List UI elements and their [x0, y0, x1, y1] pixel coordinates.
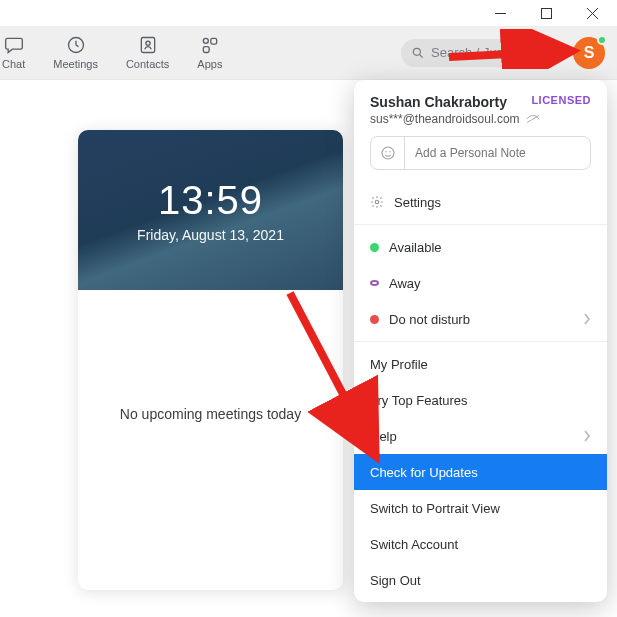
available-icon [370, 243, 379, 252]
svg-rect-9 [203, 47, 209, 53]
clock-date: Friday, August 13, 2021 [137, 227, 284, 243]
svg-point-6 [146, 41, 150, 45]
menu-portrait-view-label: Switch to Portrait View [370, 501, 500, 516]
reveal-icon[interactable] [526, 114, 540, 124]
tab-meetings-label: Meetings [53, 58, 98, 70]
tab-apps[interactable]: Apps [197, 35, 222, 70]
close-window-button[interactable] [569, 0, 615, 26]
menu-check-for-updates[interactable]: Check for Updates [354, 454, 607, 490]
svg-point-7 [203, 38, 208, 43]
status-available[interactable]: Available [354, 229, 607, 265]
menu-sign-out[interactable]: Sign Out [354, 562, 607, 598]
search-input[interactable]: Search / Jump To [401, 39, 557, 67]
presence-indicator [597, 35, 607, 45]
svg-point-16 [375, 200, 379, 204]
menu-my-profile[interactable]: My Profile [354, 346, 607, 382]
status-dnd[interactable]: Do not disturb [354, 301, 607, 337]
status-away[interactable]: Away [354, 265, 607, 301]
contacts-icon [137, 35, 159, 55]
menu-settings-label: Settings [394, 195, 441, 210]
menu-switch-account[interactable]: Switch Account [354, 526, 607, 562]
home-card: 13:59 Friday, August 13, 2021 No upcomin… [78, 130, 343, 590]
menu-help-label: Help [370, 429, 397, 444]
menu-settings[interactable]: Settings [354, 184, 607, 220]
search-placeholder: Search / Jump To [431, 45, 532, 60]
chat-icon [3, 35, 25, 55]
svg-rect-1 [541, 8, 551, 18]
clock-time: 13:59 [158, 178, 263, 223]
minimize-button[interactable] [477, 0, 523, 26]
tab-contacts-label: Contacts [126, 58, 169, 70]
search-icon [411, 46, 425, 60]
personal-note-field[interactable] [370, 136, 591, 170]
gear-icon [370, 195, 384, 209]
tab-chat-label: Chat [2, 58, 25, 70]
svg-point-15 [389, 151, 390, 152]
menu-try-top-features-label: Try Top Features [370, 393, 468, 408]
menu-help[interactable]: Help [354, 418, 607, 454]
tab-chat[interactable]: Chat [2, 35, 25, 70]
window-titlebar [0, 0, 617, 26]
menu-check-for-updates-label: Check for Updates [370, 465, 478, 480]
tab-contacts[interactable]: Contacts [126, 35, 169, 70]
menu-portrait-view[interactable]: Switch to Portrait View [354, 490, 607, 526]
menu-try-top-features[interactable]: Try Top Features [354, 382, 607, 418]
svg-point-14 [385, 151, 386, 152]
avatar-initial: S [584, 44, 595, 62]
status-dnd-label: Do not disturb [389, 312, 470, 327]
status-available-label: Available [389, 240, 442, 255]
svg-point-10 [413, 48, 420, 55]
dnd-icon [370, 315, 379, 324]
status-away-label: Away [389, 276, 421, 291]
profile-avatar-button[interactable]: S [573, 37, 605, 69]
clock-icon [65, 35, 87, 55]
top-toolbar: Chat Meetings Contacts Apps Search / Jum… [0, 26, 617, 80]
svg-line-11 [420, 54, 423, 57]
emoji-icon[interactable] [371, 137, 405, 169]
apps-icon [199, 35, 221, 55]
menu-switch-account-label: Switch Account [370, 537, 458, 552]
profile-email: sus***@theandroidsoul.com [370, 112, 591, 126]
menu-sign-out-label: Sign Out [370, 573, 421, 588]
svg-point-13 [382, 147, 394, 159]
chevron-right-icon [583, 430, 591, 442]
away-icon [370, 280, 379, 286]
maximize-button[interactable] [523, 0, 569, 26]
profile-dropdown: Sushan Chakraborty LICENSED sus***@thean… [354, 80, 607, 602]
svg-rect-8 [211, 38, 217, 44]
tab-apps-label: Apps [197, 58, 222, 70]
tab-meetings[interactable]: Meetings [53, 35, 98, 70]
empty-meetings-text: No upcoming meetings today [120, 406, 301, 422]
license-badge: LICENSED [531, 94, 591, 106]
chevron-right-icon [583, 313, 591, 325]
menu-my-profile-label: My Profile [370, 357, 428, 372]
personal-note-input[interactable] [405, 146, 590, 160]
